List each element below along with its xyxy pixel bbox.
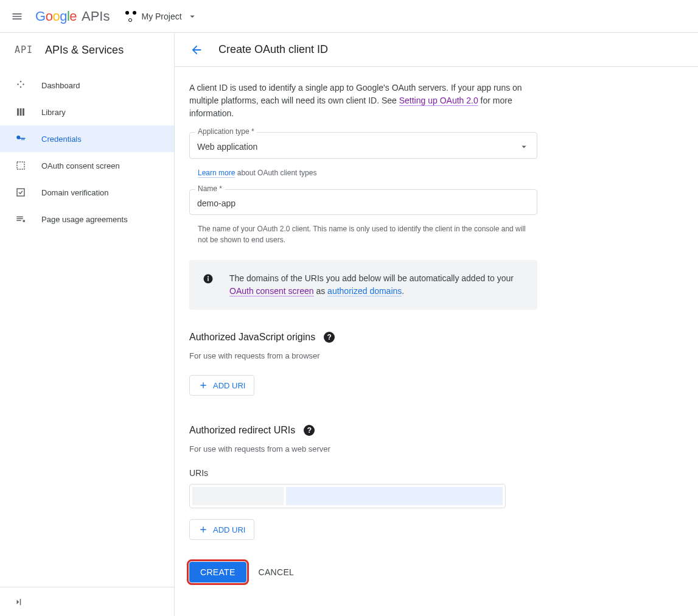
- authorized-domains-link[interactable]: authorized domains: [327, 286, 402, 296]
- section-title: Authorized redirect URIs: [189, 425, 295, 436]
- collapse-icon: [12, 597, 23, 607]
- create-button[interactable]: CREATE: [189, 562, 246, 583]
- cancel-button[interactable]: CANCEL: [259, 567, 295, 577]
- sidebar-item-dashboard[interactable]: Dashboard: [0, 72, 174, 99]
- svg-rect-3: [208, 278, 209, 281]
- sidebar-item-library[interactable]: Library: [0, 99, 174, 125]
- add-uri-origins-button[interactable]: ADD URI: [189, 375, 254, 396]
- sidebar-item-label: Domain verification: [41, 188, 109, 197]
- oauth-consent-link[interactable]: OAuth consent screen: [229, 286, 314, 296]
- plus-icon: [198, 380, 208, 390]
- sidebar: API APIs & Services Dashboard Library Cr…: [0, 33, 175, 616]
- page-header: Create OAuth client ID: [175, 33, 698, 67]
- redirect-uris-heading: Authorized redirect URIs ?: [189, 425, 537, 436]
- uri-input[interactable]: [189, 484, 506, 508]
- sidebar-item-label: Dashboard: [41, 81, 80, 90]
- add-uri-redirect-button[interactable]: ADD URI: [189, 519, 254, 540]
- collapse-sidebar[interactable]: [0, 587, 174, 616]
- agreements-icon: [15, 213, 27, 225]
- key-icon: [15, 133, 27, 145]
- name-input[interactable]: [197, 198, 529, 208]
- name-field[interactable]: Name *: [189, 189, 537, 215]
- name-helper: The name of your OAuth 2.0 client. This …: [189, 220, 537, 245]
- apis-label: APIs: [82, 9, 110, 24]
- redirect-uris-desc: For use with requests from a web server: [189, 444, 537, 453]
- svg-point-0: [23, 220, 25, 222]
- field-label: Application type *: [195, 127, 257, 136]
- sidebar-item-oauth-consent[interactable]: OAuth consent screen: [0, 152, 174, 179]
- verify-icon: [15, 186, 27, 198]
- section-title: Authorized JavaScript origins: [189, 332, 315, 343]
- sidebar-item-label: Page usage agreements: [41, 215, 128, 224]
- help-icon[interactable]: ?: [304, 425, 315, 436]
- button-row: CREATE CANCEL: [189, 562, 537, 583]
- help-icon[interactable]: ?: [324, 332, 335, 343]
- menu-icon[interactable]: [10, 9, 24, 24]
- sidebar-item-label: OAuth consent screen: [41, 161, 120, 170]
- chevron-down-icon: [518, 141, 529, 152]
- consent-icon: [15, 159, 27, 172]
- chevron-down-icon: [187, 11, 198, 22]
- js-origins-heading: Authorized JavaScript origins ?: [189, 332, 537, 343]
- back-arrow-icon[interactable]: [189, 43, 204, 57]
- info-icon: [203, 273, 214, 284]
- library-icon: [15, 106, 27, 118]
- uri-segment: [192, 487, 284, 505]
- google-logo[interactable]: Google: [35, 9, 77, 24]
- sidebar-title: APIs & Services: [45, 44, 124, 57]
- sidebar-item-credentials[interactable]: Credentials: [0, 125, 174, 152]
- field-value: Web application: [197, 142, 257, 152]
- sidebar-item-page-usage[interactable]: Page usage agreements: [0, 206, 174, 233]
- info-text: The domains of the URIs you add below wi…: [229, 272, 524, 298]
- page-description: A client ID is used to identify a single…: [189, 82, 537, 120]
- sidebar-item-domain-verification[interactable]: Domain verification: [0, 179, 174, 206]
- dashboard-icon: [15, 79, 27, 91]
- field-label: Name *: [195, 184, 225, 193]
- js-origins-desc: For use with requests from a browser: [189, 351, 537, 360]
- sidebar-header: API APIs & Services: [0, 33, 174, 67]
- info-box: The domains of the URIs you add below wi…: [189, 260, 537, 310]
- project-icon: [125, 11, 136, 22]
- plus-icon: [198, 525, 208, 534]
- sidebar-item-label: Credentials: [41, 135, 82, 144]
- project-picker[interactable]: My Project: [120, 9, 202, 24]
- project-name: My Project: [141, 12, 181, 21]
- learn-more-link[interactable]: Learn more: [198, 169, 235, 178]
- nav: Dashboard Library Credentials OAuth cons…: [0, 67, 174, 587]
- svg-point-2: [208, 276, 209, 278]
- page-title: Create OAuth client ID: [218, 43, 328, 56]
- top-bar: Google APIs My Project: [0, 0, 698, 33]
- content: A client ID is used to identify a single…: [175, 67, 552, 597]
- api-badge: API: [15, 44, 33, 55]
- application-type-field[interactable]: Application type * Web application: [189, 132, 537, 159]
- setup-oauth-link[interactable]: Setting up OAuth 2.0: [399, 96, 478, 106]
- uris-label: URIs: [189, 468, 537, 478]
- main: Create OAuth client ID A client ID is us…: [175, 33, 698, 616]
- sidebar-item-label: Library: [41, 108, 66, 117]
- app-type-helper: Learn more about OAuth client types: [189, 164, 537, 178]
- uri-segment: [286, 487, 503, 505]
